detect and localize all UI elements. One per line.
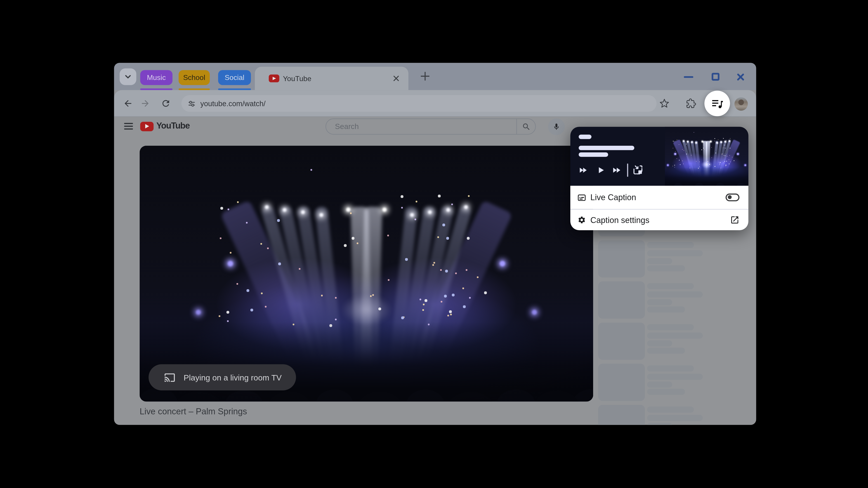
skeleton-text-line [647,258,672,264]
skeleton-thumbnail [598,240,645,278]
skeleton-text-line [647,365,694,371]
skeleton-video-item [598,405,756,425]
youtube-logo-icon[interactable] [140,122,153,131]
youtube-wordmark[interactable]: YouTube [156,121,190,131]
url-text: youtube.com/watch/ [200,99,266,107]
skeleton-text-line [647,374,703,380]
tab-title: YouTube [283,74,311,83]
tab-group-label: Social [225,73,244,82]
video-player[interactable]: Playing on a living room TV [140,146,593,401]
spotlight-dot [675,153,676,155]
tab-group-line-social [218,88,251,90]
cast-status-chip[interactable]: Playing on a living room TV [149,364,296,390]
tab-group-line-school [179,88,210,90]
controls-divider [627,164,628,177]
skeleton-thumbnail [598,364,645,401]
plus-icon [420,71,430,81]
search-icon [522,122,530,131]
skeleton-text-line [647,423,672,425]
live-caption-toggle[interactable] [725,193,740,201]
album-art-image [665,127,748,186]
gear-icon [578,216,586,224]
chevron-down-icon [125,73,131,80]
desktop: Music School Social YouTube [0,0,868,488]
tab-youtube[interactable]: YouTube [254,67,408,90]
window-close-icon[interactable] [736,72,745,81]
skeleton-text-line [647,291,703,297]
tab-group-music[interactable]: Music [140,70,173,85]
skeleton-text-line [647,265,685,271]
previous-track-icon[interactable] [578,165,588,175]
spotlight-dot [696,142,697,143]
tab-group-school[interactable]: School [179,70,210,85]
cast-status-text: Playing on a living room TV [184,373,282,382]
tab-group-label: School [183,73,205,82]
site-settings-icon[interactable] [188,99,196,107]
spotlight-dot [725,141,726,142]
mic-icon [553,123,560,130]
caption-settings-label: Caption settings [590,216,649,224]
skeleton-thumbnail [598,282,645,319]
picture-in-picture-icon[interactable] [633,165,643,175]
live-caption-row[interactable]: Live Caption [570,186,748,209]
tab-group-line-music [140,88,173,90]
spotlight-dot [737,153,739,155]
skeleton-text-line [647,340,672,346]
skeleton-thumbnail [598,323,645,360]
skeleton-text-line [647,306,685,313]
skeleton-video-item [598,282,756,319]
play-icon[interactable] [596,165,606,175]
skeleton-text-line [647,348,685,354]
skeleton-text-line [647,283,694,289]
bookmark-star-icon[interactable] [659,98,669,108]
search-bar [326,119,536,134]
maximize-icon[interactable] [712,73,719,80]
forward-icon[interactable] [140,98,150,108]
caption-settings-row[interactable]: Caption settings [570,210,748,230]
media-controls-button[interactable] [704,90,730,116]
back-icon[interactable] [123,98,133,108]
tab-strip: Music School Social YouTube [114,63,756,90]
media-source-chip-skeleton [579,135,592,139]
spotlight-dot [667,164,669,166]
skeleton-text-line [647,299,672,305]
minimize-icon[interactable] [684,76,693,78]
tab-search-button[interactable] [120,68,136,85]
live-caption-label: Live Caption [590,193,636,202]
search-button[interactable] [516,119,535,134]
skeleton-text-line [647,382,672,388]
skeleton-text-line [647,242,694,248]
next-track-icon[interactable] [612,165,621,175]
tab-group-label: Music [147,73,166,82]
open-in-new-icon [730,215,740,225]
profile-avatar[interactable] [735,97,748,110]
spotlight-dot [687,141,688,142]
reload-icon[interactable] [161,98,170,108]
youtube-favicon [269,74,279,82]
skeleton-text-line [647,324,694,330]
crowd-silhouette [665,167,748,186]
video-title: Live concert – Palm Springs [140,406,247,416]
confetti [140,146,141,147]
search-input[interactable] [326,119,519,134]
media-title-skeleton [579,146,634,150]
skeleton-thumbnail [598,405,645,425]
tab-group-social[interactable]: Social [218,70,251,85]
live-caption-icon [578,193,586,201]
tab-close-button[interactable] [392,74,400,83]
skeleton-video-item [598,323,756,360]
spotlight-dot [745,164,746,166]
extensions-icon[interactable] [686,98,696,108]
menu-icon[interactable] [124,123,133,130]
voice-search-button[interactable] [548,118,565,135]
skeleton-text-line [647,406,694,413]
spotlight-dot [702,141,703,142]
skeleton-text-line [647,389,685,395]
album-art[interactable] [665,127,748,186]
skeleton-text-line [647,332,703,339]
media-session-card [570,127,748,186]
media-artist-skeleton [579,152,608,156]
address-bar[interactable]: youtube.com/watch/ [181,95,656,112]
new-tab-button[interactable] [418,69,432,84]
skeleton-text-line [647,415,703,421]
